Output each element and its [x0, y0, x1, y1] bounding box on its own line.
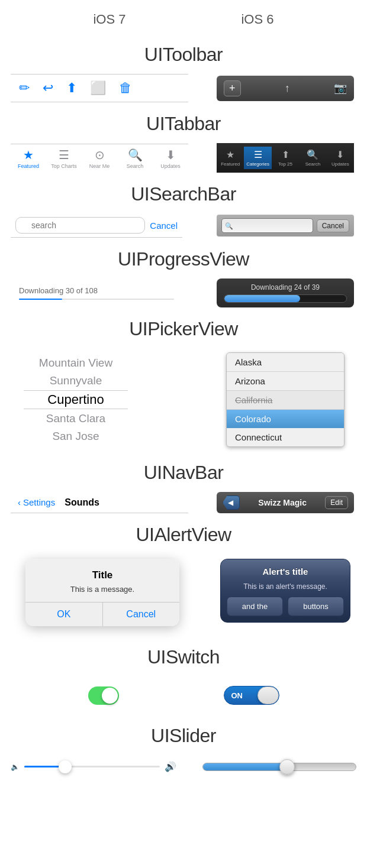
toolbar-ios6: + ↑ 📷 — [217, 76, 354, 101]
progress-label-ios6: Downloading 24 of 39 — [224, 283, 347, 292]
alertview-ios7: Title This is a message. OK Cancel — [25, 559, 179, 626]
alert-message-ios7: This is a message. — [35, 585, 170, 594]
navbar-back-ios6[interactable]: ◀ — [223, 495, 240, 510]
progressview-ios6: Downloading 24 of 39 — [217, 278, 354, 307]
tab-topcharts-ios7[interactable]: ☰ Top Charts — [46, 148, 82, 169]
switch-knob-ios6 — [257, 686, 279, 704]
switch-ios7[interactable] — [88, 686, 119, 705]
switch-on-label-ios6: ON — [231, 691, 243, 700]
searchbar-ios7: 🔍 Cancel — [11, 213, 182, 238]
alert-andthe-ios6[interactable]: and the — [227, 597, 283, 616]
toolbar-ios7: ✏ ↩ ⬆ ⬜ 🗑 — [11, 74, 188, 102]
progressview-ios7: Downloading 30 of 108 — [11, 280, 182, 306]
navbar-title-ios7: Sounds — [65, 497, 99, 508]
searchbar-ios6: 🔍 Cancel — [217, 215, 354, 237]
ios7-header-label: iOS 7 — [93, 12, 125, 27]
progress-fill-ios6 — [224, 295, 300, 302]
add-button[interactable]: + — [224, 80, 241, 96]
slider-ios7[interactable]: 🔈 🔊 — [11, 761, 176, 772]
picker-item-sanjose[interactable]: San Jose — [11, 427, 141, 445]
pickerview-ios7[interactable]: Mountain View Sunnyvale Cupertino Santa … — [11, 348, 141, 451]
picker-item-sunnyvale[interactable]: Sunnyvale — [11, 372, 141, 390]
alertview-ios6: Alert's title This is an alert's message… — [220, 559, 350, 623]
alert-ok-ios7[interactable]: OK — [25, 603, 103, 626]
alert-message-ios6: This is an alert's message. — [221, 579, 350, 597]
uislider-section-title: UISlider — [0, 725, 367, 747]
searchbar-section-title: UISearchBar — [0, 183, 367, 205]
volume-low-icon: 🔈 — [11, 763, 20, 771]
navbar-title-ios6: Swizz Magic — [258, 498, 307, 507]
picker-item-mountainview[interactable]: Mountain View — [11, 354, 141, 372]
navbar-ios6: ◀ Swizz Magic Edit — [217, 492, 354, 513]
uiswitch-section-title: UISwitch — [0, 646, 367, 668]
picker-item6-colorado[interactable]: Colorado — [227, 410, 344, 428]
back-arrow-icon: ◀ — [228, 498, 233, 507]
tab-featured-ios6[interactable]: ★ Featured — [217, 147, 244, 169]
tab-top25-ios6[interactable]: ⬆ Top 25 — [272, 147, 299, 169]
folder-icon[interactable]: ⬜ — [90, 80, 106, 96]
search-cancel-ios7[interactable]: Cancel — [150, 221, 178, 231]
tab-search-ios6[interactable]: 🔍 Search — [299, 147, 326, 169]
alert-buttons-ios6[interactable]: buttons — [288, 597, 344, 616]
tab-updates-ios7[interactable]: ⬇ Updates — [153, 148, 188, 169]
navbar-section-title: UINavBar — [0, 462, 367, 484]
picker-item6-connecticut[interactable]: Connecticut — [227, 428, 344, 446]
search-cancel-ios6[interactable]: Cancel — [317, 219, 349, 232]
slider-fill-ios6 — [203, 763, 287, 770]
alert-title-ios6: Alert's title — [221, 559, 350, 579]
navbar-ios7: ‹ Settings Sounds — [11, 493, 188, 513]
ios6-header-label: iOS 6 — [241, 12, 273, 27]
tab-categories-ios6[interactable]: ☰ Categories — [244, 147, 271, 169]
picker-item6-california[interactable]: California — [227, 391, 344, 410]
tabbar-ios6: ★ Featured ☰ Categories ⬆ Top 25 🔍 Searc… — [217, 143, 354, 173]
pickerview-section-title: UIPickerView — [0, 318, 367, 340]
share-icon[interactable]: ⬆ — [66, 80, 77, 96]
trash-icon[interactable]: 🗑 — [119, 80, 132, 96]
search-icon-ios6: 🔍 — [225, 222, 233, 229]
chevron-left-icon: ‹ — [18, 497, 21, 507]
progress-label-ios7: Downloading 30 of 108 — [19, 286, 174, 295]
share-icon-ios6[interactable]: ↑ — [285, 82, 290, 95]
back-icon[interactable]: ↩ — [43, 80, 53, 96]
navbar-edit-ios6[interactable]: Edit — [325, 496, 348, 509]
camera-icon[interactable]: 📷 — [334, 82, 347, 95]
compose-icon[interactable]: ✏ — [19, 80, 30, 96]
switch-knob-ios7 — [102, 688, 118, 704]
search-input-ios6[interactable] — [221, 218, 313, 233]
slider-thumb-ios7[interactable] — [59, 760, 72, 773]
alertview-section-title: UIAlertView — [0, 524, 367, 546]
navbar-back-label-ios7[interactable]: Settings — [23, 497, 55, 507]
alert-cancel-ios7[interactable]: Cancel — [103, 603, 180, 626]
toolbar-section-title: UIToolbar — [0, 44, 367, 66]
picker-item-santaclara[interactable]: Santa Clara — [11, 410, 141, 427]
tab-updates-ios6[interactable]: ⬇ Updates — [327, 147, 354, 169]
search-input-ios7[interactable] — [15, 217, 145, 234]
picker-item6-alaska[interactable]: Alaska — [227, 353, 344, 372]
pickerview-ios6[interactable]: Alaska Arizona California Colorado Conne… — [226, 352, 345, 447]
alert-title-ios7: Title — [35, 569, 170, 581]
tab-search-ios7[interactable]: 🔍 Search — [117, 148, 153, 169]
navbar-back-ios7[interactable]: ‹ Settings — [18, 497, 55, 507]
switch-ios6[interactable]: ON — [224, 686, 279, 705]
picker-item6-arizona[interactable]: Arizona — [227, 372, 344, 391]
volume-high-icon: 🔊 — [165, 761, 176, 772]
tab-featured-ios7[interactable]: ★ Featured — [11, 148, 46, 169]
progressview-section-title: UIProgressView — [0, 248, 367, 270]
slider-ios6[interactable] — [202, 763, 356, 771]
tab-nearme-ios7[interactable]: ⊙ Near Me — [82, 148, 117, 169]
picker-item-cupertino[interactable]: Cupertino — [11, 390, 141, 410]
tabbar-section-title: UITabbar — [0, 113, 367, 135]
tabbar-ios7: ★ Featured ☰ Top Charts ⊙ Near Me 🔍 Sear… — [11, 144, 188, 173]
slider-thumb-ios6[interactable] — [279, 759, 295, 775]
progress-fill-ios7 — [19, 299, 62, 300]
